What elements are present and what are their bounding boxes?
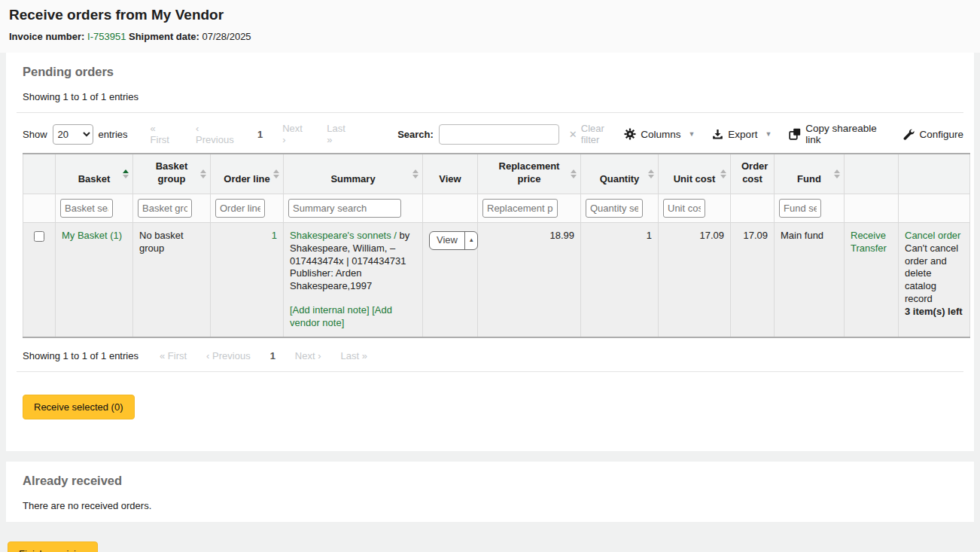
header-actions	[845, 154, 899, 194]
basket-group-cell: No basket group	[133, 222, 211, 337]
pagination-bottom: « First ‹ Previous 1 Next › Last »	[160, 350, 387, 361]
summary-filter-input[interactable]	[288, 199, 401, 218]
first-page-button[interactable]: « First	[160, 350, 187, 361]
last-page-button[interactable]: Last »	[327, 123, 352, 145]
invoice-number-link[interactable]: I-753951	[87, 31, 126, 42]
unit-cost-filter-input[interactable]	[663, 199, 705, 218]
already-received-heading: Already received	[23, 474, 963, 488]
receive-selected-button[interactable]: Receive selected (0)	[23, 395, 135, 419]
filter-replacement-cell	[478, 194, 581, 222]
replacement-price-filter-input[interactable]	[482, 199, 558, 218]
page-footer: Finish receiving	[0, 522, 980, 552]
header-basket[interactable]: Basket	[56, 154, 133, 194]
fund-filter-input[interactable]	[779, 199, 821, 218]
order-line-link[interactable]: 1	[272, 230, 277, 241]
page-size-select[interactable]: 20	[53, 124, 93, 145]
sort-icon	[200, 169, 206, 178]
fund-cell: Main fund	[775, 222, 845, 337]
filter-order-line-cell	[211, 194, 284, 222]
last-page-button[interactable]: Last »	[341, 350, 367, 361]
finish-receiving-button[interactable]: Finish receiving	[8, 541, 98, 552]
table-tools: Columns ▼ Export ▼ Copy shareable link C…	[624, 123, 963, 145]
receive-link[interactable]: Receive	[851, 230, 892, 242]
chevrons-right-icon: »	[327, 134, 332, 145]
add-internal-note-link[interactable]: [Add internal note]	[290, 304, 370, 316]
transfer-link[interactable]: Transfer	[851, 242, 892, 255]
current-page-number[interactable]: 1	[270, 350, 275, 361]
header-cancel	[899, 154, 970, 194]
row-select-cell	[23, 222, 56, 337]
chevron-left-icon: ‹	[206, 350, 209, 361]
cancel-order-link[interactable]: Cancel order	[905, 230, 963, 242]
table-footer: Showing 1 to 1 of 1 entries « First ‹ Pr…	[23, 350, 963, 361]
table-controls: Show 20 entries « First ‹ Previous 1 Nex…	[23, 123, 963, 145]
table-row: My Basket (1) No basket group 1 Shakespe…	[23, 222, 970, 337]
pending-orders-panel: Pending orders Showing 1 to 1 of 1 entri…	[6, 53, 974, 451]
header-fund[interactable]: Fund	[775, 154, 845, 194]
pagination-top: « First ‹ Previous 1 Next › Last »	[151, 123, 373, 145]
entries-info-top: Showing 1 to 1 of 1 entries	[23, 91, 963, 102]
first-page-button[interactable]: « First	[151, 123, 177, 145]
show-label: Show	[23, 129, 47, 140]
current-page-number[interactable]: 1	[257, 129, 263, 140]
close-icon: ✕	[569, 129, 577, 140]
header-basket-group[interactable]: Basket group	[133, 154, 211, 194]
next-page-button[interactable]: Next ›	[295, 350, 321, 361]
header-replacement-price[interactable]: Replacement price	[478, 154, 581, 194]
view-cell: View ▴	[423, 222, 478, 337]
order-line-cell: 1	[211, 222, 284, 337]
header-summary[interactable]: Summary	[284, 154, 423, 194]
row-checkbox[interactable]	[34, 231, 44, 242]
filter-empty	[23, 194, 56, 222]
sort-icon	[273, 169, 279, 178]
configure-button[interactable]: Configure	[903, 129, 963, 140]
wrench-icon	[903, 129, 915, 140]
sort-icon	[648, 169, 654, 178]
basket-filter-input[interactable]	[60, 199, 113, 218]
copy-shareable-link-button[interactable]: Copy shareable link	[789, 123, 886, 145]
filter-empty	[731, 194, 775, 222]
divider	[17, 371, 963, 372]
cancel-cell: Cancel order Can't cancel order and dele…	[899, 222, 970, 337]
previous-page-button[interactable]: ‹ Previous	[196, 123, 238, 145]
actions-cell: Receive Transfer	[845, 222, 899, 337]
header-checkbox-column	[23, 154, 56, 194]
invoice-number-label: Invoice number:	[9, 31, 84, 42]
download-icon	[712, 129, 723, 140]
header-order-line[interactable]: Order line	[211, 154, 284, 194]
clear-filter-button[interactable]: ✕ Clear filter	[569, 123, 624, 145]
gear-icon	[624, 128, 636, 140]
invoice-line: Invoice number: I-753951 Shipment date: …	[9, 31, 971, 42]
cancel-note: Can't cancel order and delete catalog re…	[905, 242, 958, 305]
header-unit-cost[interactable]: Unit cost	[659, 154, 731, 194]
title-link[interactable]: Shakespeare's sonnets /	[290, 230, 397, 241]
header-quantity[interactable]: Quantity	[581, 154, 659, 194]
order-cost-cell: 17.09	[731, 222, 775, 337]
copy-icon	[789, 128, 801, 140]
search-input[interactable]	[439, 124, 559, 145]
filter-summary-cell	[284, 194, 423, 222]
filter-quantity-cell	[581, 194, 659, 222]
entries-label: entries	[99, 129, 128, 140]
export-button[interactable]: Export ▼	[712, 129, 772, 140]
order-line-filter-input[interactable]	[215, 199, 265, 218]
chevrons-left-icon: «	[151, 123, 156, 134]
chevron-left-icon: ‹	[196, 123, 199, 134]
chevron-up-icon[interactable]: ▴	[464, 232, 478, 249]
basket-link[interactable]: My Basket (1)	[62, 230, 122, 241]
filter-basket-cell	[56, 194, 133, 222]
quantity-filter-input[interactable]	[586, 199, 643, 218]
basket-group-filter-input[interactable]	[138, 199, 192, 218]
shipment-date-label: Shipment date:	[129, 31, 199, 42]
chevrons-right-icon: »	[362, 350, 367, 361]
next-page-button[interactable]: Next ›	[282, 123, 307, 145]
chevron-down-icon: ▼	[688, 130, 695, 138]
page-title: Receive orders from My Vendor	[9, 7, 971, 23]
previous-page-button[interactable]: ‹ Previous	[206, 350, 251, 361]
view-split-button[interactable]: View ▴	[429, 231, 478, 250]
header-view: View	[423, 154, 478, 194]
items-left: 3 item(s) left	[905, 306, 963, 319]
columns-button[interactable]: Columns ▼	[624, 128, 695, 140]
basket-cell: My Basket (1)	[56, 222, 133, 337]
filter-empty	[423, 194, 478, 222]
